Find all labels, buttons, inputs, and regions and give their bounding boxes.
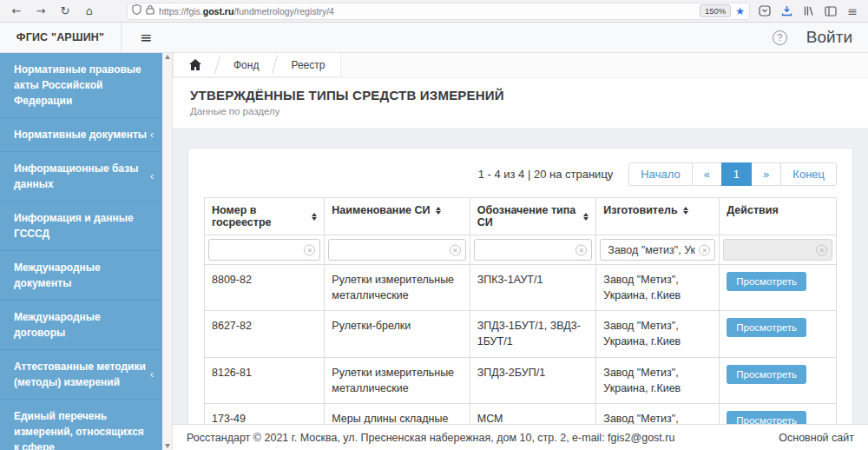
sidebar-toggle-icon[interactable]: ≡ xyxy=(122,23,170,52)
sidebar-item-label: Нормативные документы xyxy=(14,129,147,141)
address-bar[interactable]: https://fgis.gost.ru/fundmetrology/regis… xyxy=(127,3,750,20)
view-button[interactable]: Просмотреть xyxy=(727,411,806,424)
sidebar-item-label: Аттестованные методики (методы) измерени… xyxy=(14,361,146,388)
sidebar-item-unified-list[interactable]: Единый перечень измерений, относящихся к… xyxy=(0,400,162,450)
cell-si-name: Рулетки измерительные металлические xyxy=(325,357,470,403)
cell-reg-number: 8809-82 xyxy=(205,265,325,311)
page-footer: Росстандарт © 2021 г. Москва, ул. Пресне… xyxy=(173,424,868,450)
column-label: Обозначение типа СИ xyxy=(477,204,579,228)
cell-manufacturer: Завод "Метиз", Украина, г.Киев xyxy=(596,357,720,403)
clear-filter-icon: ✕ xyxy=(816,244,827,255)
sort-icon[interactable] xyxy=(436,207,441,215)
breadcrumb-fond[interactable]: Фонд xyxy=(218,53,274,76)
column-label: Изготовитель xyxy=(603,204,677,216)
registry-table: Номер в госреестре Наименование СИ Обозн… xyxy=(204,197,837,424)
table-row: 173-49 Меры длины складные металлические… xyxy=(205,403,837,424)
footer-copyright: Росстандарт © 2021 г. Москва, ул. Пресне… xyxy=(187,432,674,444)
table-row: 8126-81 Рулетки измерительные металличес… xyxy=(205,357,837,403)
sort-icon[interactable] xyxy=(312,213,317,221)
column-label: Наименование СИ xyxy=(332,204,430,216)
sidebar-scrollbar[interactable] xyxy=(162,53,173,450)
view-button[interactable]: Просмотреть xyxy=(727,365,806,384)
view-button[interactable]: Просмотреть xyxy=(727,318,806,337)
pagination-page-1-button[interactable]: 1 xyxy=(721,162,752,186)
cell-si-type: ЗПД3-1БУТ/1, ЗВД3-1БУТ/1 xyxy=(470,311,596,357)
cell-si-type: ЗПК3-1АУТ/1 xyxy=(470,265,596,311)
cell-si-type: МСМ xyxy=(470,403,596,424)
filter-si-name-input[interactable] xyxy=(328,239,465,261)
downloads-icon[interactable] xyxy=(781,5,792,17)
clear-filter-icon[interactable]: ✕ xyxy=(450,244,461,255)
shield-icon[interactable] xyxy=(132,4,141,17)
clear-filter-icon[interactable]: ✕ xyxy=(699,244,710,255)
chevron-left-icon: ‹ xyxy=(150,366,154,383)
scroll-down-icon[interactable] xyxy=(165,444,170,448)
breadcrumb-registry[interactable]: Реестр xyxy=(275,53,340,76)
sidebar-item-label: Международные документы xyxy=(14,261,101,289)
help-icon[interactable]: ? xyxy=(773,30,787,45)
sidebar-item-label: Информация и данные ГСССД xyxy=(14,212,134,240)
home-icon[interactable] xyxy=(174,53,217,76)
sidebar-nav: Нормативные правовые акты Российской Фед… xyxy=(0,53,162,450)
cell-manufacturer: Завод "Метиз", Украина, г.Киев xyxy=(596,403,720,424)
table-row: 8809-82 Рулетки измерительные металличес… xyxy=(205,265,837,311)
pagination-prev-button[interactable]: « xyxy=(692,162,722,186)
page-title: УТВЕРЖДЁННЫЕ ТИПЫ СРЕДСТВ ИЗМЕРЕНИЙ xyxy=(190,88,851,103)
column-header-actions: Действия xyxy=(720,198,837,235)
forward-icon[interactable]: → xyxy=(31,3,50,20)
sidebar-item-label: Нормативные правовые акты Российской Фед… xyxy=(14,63,141,107)
brand-logo[interactable]: ФГИС "АРШИН" xyxy=(0,23,122,52)
sidebar-item-npa-rf[interactable]: Нормативные правовые акты Российской Фед… xyxy=(0,53,162,118)
reload-icon[interactable]: ↻ xyxy=(56,3,75,20)
back-icon[interactable]: ← xyxy=(7,3,26,20)
sidebar-item-label: Единый перечень измерений, относящихся к… xyxy=(14,410,144,450)
column-header-manufacturer[interactable]: Изготовитель xyxy=(596,198,720,235)
column-label: Действия xyxy=(727,204,778,216)
sidebar-item-intl-agreements[interactable]: Международные договоры xyxy=(0,301,162,350)
cell-si-name: Меры длины складные металлические xyxy=(325,403,470,424)
cell-manufacturer: Завод "Метиз", Украина, г.Киев xyxy=(596,265,720,311)
column-header-si-name[interactable]: Наименование СИ xyxy=(325,198,470,235)
table-row: 8627-82 Рулетки-брелки ЗПД3-1БУТ/1, ЗВД3… xyxy=(205,311,837,357)
sort-icon[interactable] xyxy=(683,207,688,215)
sidebars-icon[interactable] xyxy=(825,6,837,17)
sidebar-item-label: Информационные базы данных xyxy=(14,162,138,190)
home-browser-icon[interactable]: ⌂ xyxy=(80,3,99,20)
sidebar-item-normative-docs[interactable]: Нормативные документы‹ xyxy=(0,118,162,152)
sidebar-item-intl-documents[interactable]: Международные документы xyxy=(0,251,162,301)
column-header-reg-number[interactable]: Номер в госреестре xyxy=(205,198,325,235)
menu-icon[interactable]: ≡ xyxy=(847,4,858,18)
chevron-left-icon: ‹ xyxy=(150,168,154,185)
pagination-first-button[interactable]: Начало xyxy=(628,162,692,186)
clear-filter-icon[interactable]: ✕ xyxy=(304,244,315,255)
lock-icon[interactable] xyxy=(146,4,155,17)
view-button[interactable]: Просмотреть xyxy=(727,272,806,291)
filter-si-type-input[interactable] xyxy=(474,239,593,261)
cell-manufacturer: Завод "Метиз", Украина, г.Киев xyxy=(596,311,720,357)
breadcrumb: Фонд Реестр xyxy=(173,53,868,78)
zoom-level-badge[interactable]: 150% xyxy=(700,4,731,17)
cell-reg-number: 173-49 xyxy=(205,403,325,424)
cell-si-name: Рулетки измерительные металлические xyxy=(325,265,470,311)
clear-filter-icon[interactable]: ✕ xyxy=(575,244,587,255)
pagination-next-button[interactable]: » xyxy=(751,162,781,186)
chevron-left-icon: ‹ xyxy=(150,126,154,143)
bookmark-star-icon[interactable]: ★ xyxy=(735,5,745,17)
page-subtitle: Данные по разделу xyxy=(190,106,851,116)
registry-card: 1 - 4 из 4 | 20 на страницу Начало « 1 »… xyxy=(187,148,853,424)
url-text: https://fgis.gost.ru/fundmetrology/regis… xyxy=(159,6,695,17)
login-button[interactable]: Войти xyxy=(806,28,852,47)
column-header-si-type[interactable]: Обозначение типа СИ xyxy=(470,198,596,235)
scroll-up-icon[interactable] xyxy=(165,55,170,59)
sidebar-item-gsssd[interactable]: Информация и данные ГСССД xyxy=(0,202,162,251)
pocket-icon[interactable] xyxy=(759,5,771,17)
sort-icon[interactable] xyxy=(583,213,589,221)
cell-si-type: ЗПД3-2БУП/1 xyxy=(470,357,596,403)
sidebar-item-certified-methods[interactable]: Аттестованные методики (методы) измерени… xyxy=(0,350,162,400)
pagination-last-button[interactable]: Конец xyxy=(780,162,837,186)
main-site-link[interactable]: Основной сайт xyxy=(779,432,854,444)
sidebar-item-info-databases[interactable]: Информационные базы данных‹ xyxy=(0,152,162,202)
library-icon[interactable] xyxy=(803,5,814,17)
pagination: Начало « 1 » Конец xyxy=(628,162,837,186)
cell-reg-number: 8126-81 xyxy=(205,357,325,403)
